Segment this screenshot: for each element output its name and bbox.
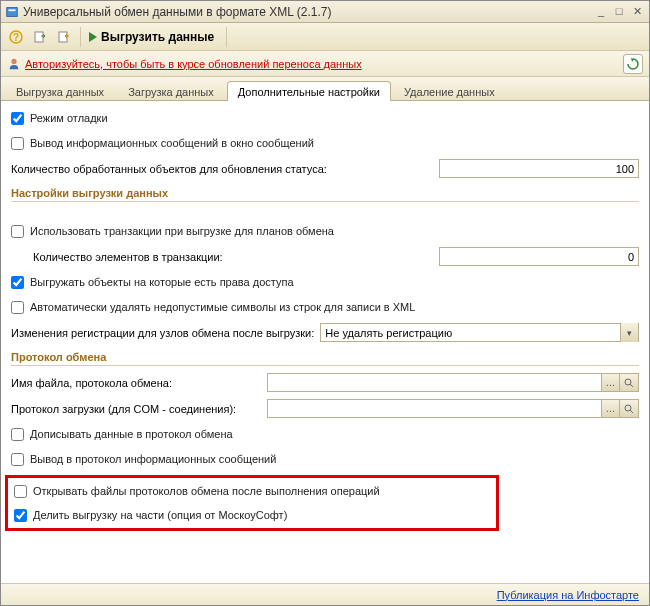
minimize-button[interactable]: _ — [593, 5, 609, 19]
app-window: Универсальный обмен данными в формате XM… — [0, 0, 650, 606]
debug-mode-label: Режим отладки — [30, 112, 108, 124]
proto-file-search-button[interactable] — [620, 373, 639, 392]
load-file-button[interactable] — [29, 26, 51, 48]
split-parts-checkbox[interactable] — [14, 509, 27, 522]
toolbar: ? Выгрузить данные — [1, 23, 649, 51]
close-button[interactable]: ✕ — [629, 5, 645, 19]
auto-remove-checkbox[interactable] — [11, 301, 24, 314]
export-button[interactable]: Выгрузить данные — [86, 26, 221, 48]
svg-rect-1 — [9, 9, 16, 11]
proto-file-input[interactable] — [267, 373, 601, 392]
maximize-button[interactable]: □ — [611, 5, 627, 19]
open-proto-label: Открывать файлы протоколов обмена после … — [33, 485, 380, 497]
split-parts-label: Делить выгрузку на части (опция от Моско… — [33, 509, 287, 521]
use-transactions-label: Использовать транзакции при выгрузке для… — [30, 225, 334, 237]
magnifier-icon — [624, 378, 634, 388]
svg-line-10 — [630, 410, 633, 413]
info-proto-label: Вывод в протокол информационных сообщени… — [30, 453, 276, 465]
section-protocol-title: Протокол обмена — [11, 351, 639, 366]
chevron-down-icon — [620, 323, 638, 342]
append-proto-label: Дописывать данные в протокол обмена — [30, 428, 233, 440]
info-proto-checkbox[interactable] — [11, 453, 24, 466]
use-transactions-checkbox[interactable] — [11, 225, 24, 238]
tab-import[interactable]: Загрузка данных — [117, 81, 225, 101]
person-icon — [7, 57, 21, 71]
open-proto-checkbox[interactable] — [14, 485, 27, 498]
reg-changes-label: Изменения регистрации для узлов обмена п… — [11, 327, 314, 339]
debug-mode-checkbox[interactable] — [11, 112, 24, 125]
tab-export[interactable]: Выгрузка данных — [5, 81, 115, 101]
svg-text:?: ? — [13, 32, 19, 43]
auto-remove-label: Автоматически удалять недопустимые симво… — [30, 301, 415, 313]
proto-load-browse-button[interactable]: … — [601, 399, 620, 418]
file-out-icon — [57, 30, 71, 44]
svg-line-8 — [630, 384, 633, 387]
save-file-button[interactable] — [53, 26, 75, 48]
settings-panel: Режим отладки Вывод информационных сообщ… — [1, 101, 649, 583]
app-icon — [5, 5, 19, 19]
section-export-title: Настройки выгрузки данных — [11, 187, 639, 202]
svg-rect-4 — [35, 32, 43, 42]
svg-rect-0 — [7, 7, 18, 16]
export-rights-checkbox[interactable] — [11, 276, 24, 289]
footer-link[interactable]: Публикация на Инфостарте — [497, 589, 639, 601]
titlebar: Универсальный обмен данными в формате XM… — [1, 1, 649, 23]
tab-settings[interactable]: Дополнительные настройки — [227, 81, 391, 101]
svg-point-6 — [11, 58, 16, 63]
proto-load-label: Протокол загрузки (для COM - соединения)… — [11, 403, 261, 415]
file-in-icon — [33, 30, 47, 44]
help-icon: ? — [9, 30, 23, 44]
proto-file-label: Имя файла, протокола обмена: — [11, 377, 261, 389]
proto-load-input[interactable] — [267, 399, 601, 418]
trans-count-input[interactable] — [439, 247, 639, 266]
export-rights-label: Выгружать объекты на которые есть права … — [30, 276, 294, 288]
append-proto-checkbox[interactable] — [11, 428, 24, 441]
trans-count-label: Количество элементов в транзакции: — [33, 251, 223, 263]
highlight-box: Открывать файлы протоколов обмена после … — [5, 475, 499, 531]
refresh-icon — [627, 58, 639, 70]
tab-delete[interactable]: Удаление данных — [393, 81, 506, 101]
export-button-label: Выгрузить данные — [101, 30, 214, 44]
help-button[interactable]: ? — [5, 26, 27, 48]
proto-file-browse-button[interactable]: … — [601, 373, 620, 392]
window-title: Универсальный обмен данными в формате XM… — [23, 5, 591, 19]
footer: Публикация на Инфостарте — [1, 583, 649, 605]
auth-link[interactable]: Авторизуйтесь, чтобы быть в курсе обновл… — [25, 58, 362, 70]
reg-changes-select[interactable]: Не удалять регистрацию — [320, 323, 639, 342]
info-window-checkbox[interactable] — [11, 137, 24, 150]
processed-count-label: Количество обработанных объектов для обн… — [11, 163, 327, 175]
magnifier-icon — [624, 404, 634, 414]
tab-bar: Выгрузка данных Загрузка данных Дополнит… — [1, 77, 649, 101]
proto-load-search-button[interactable] — [620, 399, 639, 418]
info-window-label: Вывод информационных сообщений в окно со… — [30, 137, 314, 149]
processed-count-input[interactable] — [439, 159, 639, 178]
toolbar-divider — [226, 27, 227, 47]
refresh-button[interactable] — [623, 54, 643, 74]
auth-bar: Авторизуйтесь, чтобы быть в курсе обновл… — [1, 51, 649, 77]
play-icon — [89, 32, 97, 42]
reg-changes-value: Не удалять регистрацию — [325, 327, 452, 339]
toolbar-divider — [80, 27, 81, 47]
